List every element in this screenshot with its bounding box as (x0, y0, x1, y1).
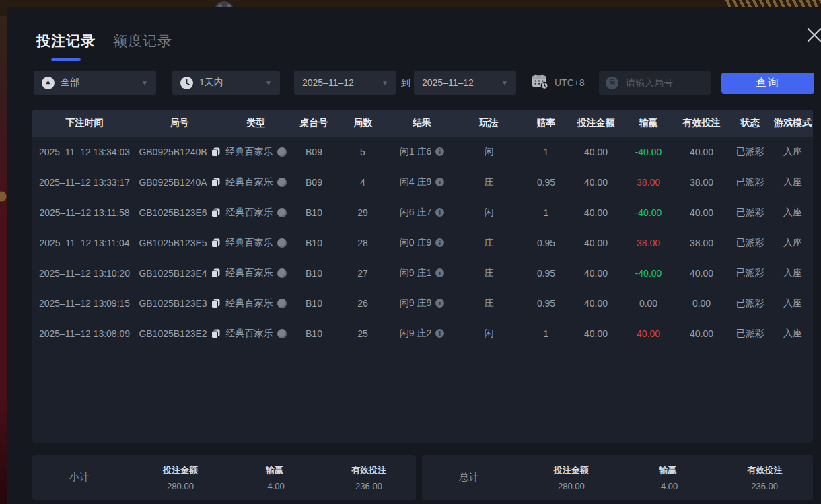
column-header: 输赢 (621, 117, 676, 129)
cell-bet-time: 2025–11–12 13:11:04 (32, 238, 137, 248)
cell-game-type: 经典百家乐 (222, 297, 290, 310)
tab-quota-records[interactable]: 额度记录 (113, 32, 172, 61)
round-number-icon: 局 (606, 77, 618, 89)
date-to-label: 到 (401, 71, 410, 95)
query-button[interactable]: 查询 (721, 73, 814, 94)
cell-play-type: 闲 (456, 207, 522, 219)
cell-status: 已派彩 (727, 176, 773, 188)
calendar-clock-icon (532, 74, 548, 92)
date-from-value: 2025–11–12 (302, 77, 354, 88)
cell-valid-bet: 0.00 (676, 298, 727, 309)
column-header: 结果 (388, 117, 456, 129)
cell-bet-amount: 40.00 (571, 207, 621, 218)
column-header: 投注金额 (571, 117, 621, 129)
round-search-input[interactable] (624, 77, 701, 89)
table-header: 下注时间局号类型桌台号局数结果玩法赔率投注金额输赢有效投注状态游戏模式 (32, 110, 813, 137)
cell-win-loss: 40.00 (621, 328, 676, 339)
cell-round-count: 29 (338, 207, 388, 218)
cell-win-loss: -40.00 (621, 268, 676, 279)
copy-icon[interactable] (211, 329, 220, 338)
cell-round-count: 26 (338, 298, 388, 309)
info-icon[interactable] (435, 329, 444, 338)
cell-table-no: B10 (290, 207, 338, 218)
copy-icon[interactable] (211, 147, 220, 157)
table-row: 2025–11–12 13:08:09 GB1025B123E2 经典百家乐 B… (32, 318, 813, 349)
background-gold-decor (0, 186, 7, 209)
info-icon[interactable] (435, 238, 444, 247)
cell-game-mode: 入座 (773, 328, 813, 340)
cell-table-no: B10 (290, 268, 338, 279)
cell-round-count: 25 (338, 328, 388, 339)
total-label: 总计 (422, 471, 523, 484)
cell-game-id: GB1025B123E2 (137, 328, 222, 339)
copy-icon[interactable] (211, 268, 220, 278)
info-icon[interactable] (435, 178, 444, 186)
table-row: 2025–11–12 13:34:03 GB0925B1240B 经典百家乐 B… (32, 137, 813, 167)
cell-table-no: B09 (290, 177, 338, 188)
date-from-picker[interactable]: 2025–11–12 ▼ (294, 71, 396, 95)
cell-status: 已派彩 (727, 297, 773, 310)
cell-win-loss: 38.00 (621, 238, 676, 248)
cell-valid-bet: 40.00 (676, 268, 727, 279)
subtotal-bet-amount: 投注金额 280.00 (133, 464, 227, 491)
game-type-badge-icon (277, 299, 287, 308)
chevron-down-icon: ▼ (382, 79, 388, 87)
cell-game-mode: 入座 (773, 146, 813, 158)
cell-game-id: GB1025B123E5 (137, 238, 222, 248)
info-icon[interactable] (435, 147, 444, 156)
cell-table-no: B10 (290, 298, 338, 309)
column-header: 局号 (137, 117, 222, 129)
cell-game-type: 经典百家乐 (222, 267, 290, 279)
info-icon[interactable] (435, 268, 444, 277)
cell-bet-time: 2025–11–12 13:10:20 (32, 268, 137, 279)
tab-betting-records[interactable]: 投注记录 (36, 32, 96, 61)
cell-bet-time: 2025–11–12 13:09:15 (32, 298, 137, 309)
date-to-value: 2025–11–12 (422, 77, 474, 88)
copy-icon[interactable] (211, 238, 220, 248)
info-icon[interactable] (435, 299, 444, 308)
column-header: 有效投注 (676, 117, 727, 129)
spade-icon (42, 77, 55, 89)
column-header: 桌台号 (290, 117, 338, 129)
time-range-select[interactable]: 1天内 ▼ (172, 71, 280, 95)
column-header: 局数 (338, 117, 388, 129)
cell-game-mode: 入座 (773, 207, 813, 219)
cell-game-id: GB0925B1240A (137, 177, 222, 188)
info-icon[interactable] (435, 208, 444, 217)
cell-game-type: 经典百家乐 (222, 146, 290, 158)
cell-bet-amount: 40.00 (571, 238, 621, 248)
copy-icon[interactable] (211, 178, 220, 187)
cell-play-type: 庄 (456, 237, 522, 249)
cell-odds: 1 (522, 328, 571, 339)
table-row: 2025–11–12 13:33:17 GB0925B1240A 经典百家乐 B… (32, 167, 813, 197)
cell-odds: 1 (522, 147, 571, 157)
cell-bet-time: 2025–11–12 13:08:09 (32, 328, 137, 339)
cell-result: 闲0 庄9 (388, 237, 456, 249)
cell-valid-bet: 40.00 (676, 147, 727, 157)
date-to-picker[interactable]: 2025–11–12 ▼ (414, 71, 516, 95)
game-type-badge-icon (277, 147, 287, 157)
cell-result: 闲9 庄2 (388, 328, 456, 340)
copy-icon[interactable] (211, 208, 220, 217)
cell-bet-time: 2025–11–12 13:34:03 (32, 147, 137, 157)
cell-play-type: 庄 (456, 267, 522, 279)
cell-bet-amount: 40.00 (571, 328, 621, 339)
cell-valid-bet: 40.00 (676, 207, 727, 218)
column-header: 赔率 (522, 117, 571, 129)
cell-game-id: GB1025B123E3 (137, 298, 222, 309)
cell-round-count: 5 (338, 147, 388, 157)
subtotal-label: 小计 (32, 471, 133, 484)
cell-round-count: 28 (338, 238, 388, 248)
column-header: 玩法 (456, 117, 522, 129)
cell-table-no: B10 (290, 238, 338, 248)
cell-game-mode: 入座 (773, 297, 813, 310)
game-type-select[interactable]: 全部 ▼ (34, 71, 156, 95)
cell-bet-amount: 40.00 (571, 268, 621, 279)
tab-label: 投注记录 (36, 33, 96, 48)
cell-game-type: 经典百家乐 (222, 328, 290, 340)
background-left-strip (0, 16, 7, 504)
betting-records-modal: 投注记录 额度记录 全部 ▼ 1天内 ▼ 2025–11–12 (7, 7, 821, 504)
cell-game-id: GB0925B1240B (137, 147, 222, 157)
copy-icon[interactable] (211, 299, 220, 308)
close-icon[interactable] (804, 24, 821, 46)
